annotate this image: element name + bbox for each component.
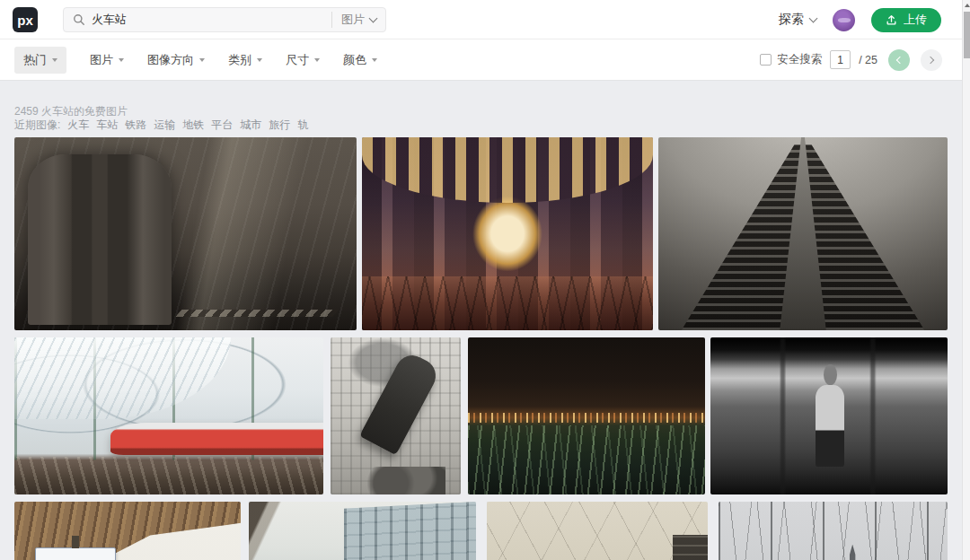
pexels-logo[interactable]: px	[13, 7, 38, 32]
chevron-down-icon	[809, 14, 818, 23]
filter-label: 尺寸	[286, 52, 309, 68]
filter-media-type[interactable]: 图片	[90, 52, 124, 68]
related-tag[interactable]: 运输	[154, 118, 175, 131]
related-tag[interactable]: 车站	[96, 118, 118, 131]
photo-thumbnail[interactable]	[14, 337, 323, 494]
related-tag[interactable]: 火车	[67, 118, 89, 131]
photo-thumbnail[interactable]	[249, 502, 476, 560]
safe-search-toggle[interactable]: 安全搜索	[760, 52, 822, 67]
related-label: 近期图像:	[14, 118, 60, 131]
chevron-down-icon	[369, 14, 378, 23]
photo-thumbnail[interactable]	[468, 337, 705, 494]
search-type-dropdown[interactable]: 图片	[331, 12, 385, 28]
scrollbar-up-arrow-icon[interactable]	[965, 4, 970, 7]
related-tag[interactable]: 城市	[240, 118, 261, 131]
results-meta: 2459 火车站的免费图片 近期图像: 火车 车站 铁路 运输 地铁 平台 城市…	[14, 105, 308, 131]
top-navbar: px 图片 探索 上传	[0, 0, 970, 39]
photo-thumbnail[interactable]: 禁止吸煙 No Smoking	[14, 502, 241, 560]
upload-label: 上传	[904, 12, 927, 28]
page-total: / 25	[859, 54, 877, 66]
search-icon	[73, 13, 85, 26]
filter-bar: 热门 图片 图像方向 类别 尺寸 颜色 安全搜索 / 25	[0, 39, 970, 81]
caret-down-icon	[314, 58, 320, 62]
prev-page-button[interactable]	[888, 49, 910, 71]
photo-thumbnail[interactable]	[14, 137, 357, 330]
chevron-left-icon	[896, 56, 904, 63]
filter-bar-right: 安全搜索 / 25	[760, 49, 942, 71]
filter-size[interactable]: 尺寸	[286, 52, 320, 68]
page-number-input[interactable]	[830, 50, 851, 69]
no-smoking-sign: 禁止吸煙 No Smoking	[35, 547, 117, 560]
photo-thumbnail[interactable]	[658, 137, 948, 330]
search-bar[interactable]: 图片	[63, 7, 386, 32]
filter-category[interactable]: 类别	[228, 52, 262, 68]
photo-thumbnail[interactable]	[719, 502, 948, 560]
filter-chips: 热门 图片 图像方向 类别 尺寸 颜色	[14, 47, 377, 74]
filter-orientation[interactable]: 图像方向	[147, 52, 205, 68]
explore-label: 探索	[779, 12, 804, 28]
filter-label: 热门	[23, 52, 47, 68]
upload-icon	[886, 14, 897, 26]
related-tag[interactable]: 地铁	[182, 118, 204, 131]
related-tag[interactable]: 平台	[211, 118, 233, 131]
caret-down-icon	[119, 58, 124, 62]
caret-down-icon	[257, 58, 262, 62]
photo-thumbnail[interactable]	[331, 337, 461, 494]
page-scrollbar[interactable]	[962, 0, 970, 560]
user-avatar[interactable]	[833, 9, 855, 31]
explore-menu[interactable]: 探索	[779, 12, 816, 28]
caret-down-icon	[372, 58, 377, 62]
photo-thumbnail[interactable]	[362, 137, 653, 330]
search-type-label: 图片	[341, 12, 365, 28]
header-actions: 探索 上传	[779, 0, 941, 39]
filter-label: 类别	[228, 52, 251, 68]
related-tag[interactable]: 旅行	[269, 118, 290, 131]
filter-label: 颜色	[343, 52, 366, 68]
related-searches: 近期图像: 火车 车站 铁路 运输 地铁 平台 城市 旅行 轨	[14, 118, 308, 131]
caret-down-icon	[199, 58, 205, 62]
caret-down-icon	[52, 58, 57, 62]
chevron-right-icon	[927, 56, 934, 63]
safe-search-label: 安全搜索	[777, 52, 822, 67]
filter-label: 图片	[90, 52, 113, 68]
results-count: 2459 火车站的免费图片	[14, 105, 308, 118]
photo-thumbnail[interactable]	[487, 502, 708, 560]
search-input[interactable]	[92, 13, 331, 27]
related-tag[interactable]: 铁路	[125, 118, 146, 131]
filter-label: 图像方向	[147, 52, 194, 68]
filter-color[interactable]: 颜色	[343, 52, 377, 68]
filter-popular[interactable]: 热门	[14, 47, 66, 74]
safe-search-checkbox[interactable]	[760, 54, 772, 66]
upload-button[interactable]: 上传	[871, 8, 941, 32]
photo-thumbnail[interactable]	[710, 337, 948, 494]
related-tag[interactable]: 轨	[297, 118, 308, 131]
next-page-button[interactable]	[921, 49, 942, 71]
results-area: 2459 火车站的免费图片 近期图像: 火车 车站 铁路 运输 地铁 平台 城市…	[0, 81, 970, 560]
scrollbar-thumb[interactable]	[964, 12, 970, 58]
